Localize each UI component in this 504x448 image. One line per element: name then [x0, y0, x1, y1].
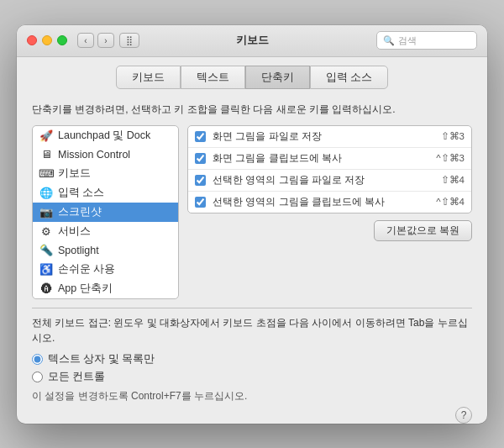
- back-button[interactable]: ‹: [77, 33, 94, 48]
- shortcut-row-0: 화면 그림을 파일로 저장 ⇧⌘3: [188, 126, 471, 148]
- main-layout: 🚀 Launchpad 및 Dock 🖥 Mission Control ⌨ 키…: [32, 125, 472, 299]
- shortcut-keys-0: ⇧⌘3: [441, 130, 465, 142]
- help-button[interactable]: ?: [455, 407, 472, 424]
- bottom-section: 전체 키보드 접근: 윈도우 및 대화상자에서 키보드 초점을 다음 사이에서 …: [32, 315, 472, 403]
- tab-keyboard[interactable]: 키보드: [116, 66, 181, 89]
- search-bar[interactable]: 🔍 검색: [376, 31, 477, 50]
- launchpad-icon: 🚀: [39, 129, 53, 142]
- sidebar-label-input-sources: 입력 소스: [58, 186, 104, 200]
- restore-button-container: 기본값으로 복원: [187, 220, 472, 241]
- window-title: 키보드: [236, 33, 269, 48]
- sidebar-item-input-sources[interactable]: 🌐 입력 소스: [33, 183, 178, 203]
- restore-defaults-button[interactable]: 기본값으로 복원: [374, 220, 472, 241]
- sidebar-label-launchpad: Launchpad 및 Dock: [58, 129, 150, 143]
- shortcut-label-1: 화면 그림을 클립보드에 복사: [213, 151, 429, 166]
- tab-bar: 키보드 텍스트 단축키 입력 소스: [17, 57, 487, 94]
- sidebar-label-services: 서비스: [58, 224, 91, 239]
- sidebar-label-app-shortcuts: App 단축키: [58, 282, 113, 296]
- shortcut-keys-3: ^⇧⌘4: [436, 196, 465, 208]
- nav-buttons: ‹ ›: [77, 33, 114, 48]
- shortcut-checkbox-0[interactable]: [195, 131, 206, 142]
- search-icon: 🔍: [383, 35, 395, 46]
- radio-label-all-controls: 모든 컨트롤: [48, 370, 105, 384]
- shortcut-label-3: 선택한 영역의 그림을 클립보드에 복사: [213, 195, 429, 209]
- description-text: 단축키를 변경하려면, 선택하고 키 조합을 클릭한 다음 새로운 키를 입력하…: [32, 103, 472, 117]
- bottom-note: 이 설정을 변경하도록 Control+F7를 누르십시오.: [32, 389, 472, 403]
- tab-text[interactable]: 텍스트: [181, 66, 245, 89]
- keyboard-access-description: 전체 키보드 접근: 윈도우 및 대화상자에서 키보드 초점을 다음 사이에서 …: [32, 315, 472, 345]
- close-button[interactable]: [27, 35, 37, 45]
- right-panel: 화면 그림을 파일로 저장 ⇧⌘3 화면 그림을 클립보드에 복사 ^⇧⌘3 선…: [187, 125, 472, 299]
- sidebar-label-accessibility: 손쉬운 사용: [58, 262, 115, 277]
- shortcut-checkbox-2[interactable]: [195, 175, 206, 186]
- minimize-button[interactable]: [42, 35, 52, 45]
- titlebar: ‹ › ⣿ 키보드 🔍 검색: [17, 25, 487, 57]
- input-sources-icon: 🌐: [39, 186, 53, 199]
- shortcut-checkbox-3[interactable]: [195, 197, 206, 208]
- radio-item-text-boxes: 텍스트 상자 및 목록만: [32, 352, 472, 366]
- sidebar-label-spotlight: Spotlight: [58, 245, 99, 256]
- forward-button[interactable]: ›: [97, 33, 114, 48]
- tab-shortcuts[interactable]: 단축키: [245, 66, 310, 89]
- search-placeholder: 검색: [398, 34, 417, 47]
- sidebar-item-accessibility[interactable]: ♿ 손쉬운 사용: [33, 260, 178, 279]
- traffic-lights: [27, 35, 67, 45]
- shortcut-label-2: 선택한 영역의 그림을 파일로 저장: [213, 173, 434, 187]
- spotlight-icon: 🔦: [39, 244, 53, 257]
- sidebar-label-mission-control: Mission Control: [58, 149, 130, 161]
- sidebar-label-keyboard: 키보드: [58, 166, 91, 181]
- sidebar-item-spotlight[interactable]: 🔦 Spotlight: [33, 241, 178, 260]
- accessibility-icon: ♿: [39, 262, 53, 276]
- content-area: 단축키를 변경하려면, 선택하고 키 조합을 클릭한 다음 새로운 키를 입력하…: [17, 94, 487, 415]
- grid-button[interactable]: ⣿: [119, 33, 139, 48]
- app-shortcuts-icon: 🅐: [39, 282, 53, 295]
- maximize-button[interactable]: [57, 35, 67, 45]
- sidebar: 🚀 Launchpad 및 Dock 🖥 Mission Control ⌨ 키…: [32, 125, 179, 299]
- shortcut-checkbox-1[interactable]: [195, 153, 206, 164]
- shortcut-row-3: 선택한 영역의 그림을 클립보드에 복사 ^⇧⌘4: [188, 192, 471, 213]
- radio-item-all-controls: 모든 컨트롤: [32, 370, 472, 384]
- tab-input[interactable]: 입력 소스: [310, 66, 389, 89]
- sidebar-item-screenshots[interactable]: 📷 스크린샷: [33, 203, 178, 222]
- sidebar-item-app-shortcuts[interactable]: 🅐 App 단축키: [33, 279, 178, 298]
- sidebar-item-mission-control[interactable]: 🖥 Mission Control: [33, 145, 178, 164]
- shortcut-row-1: 화면 그림을 클립보드에 복사 ^⇧⌘3: [188, 148, 471, 170]
- radio-group: 텍스트 상자 및 목록만 모든 컨트롤: [32, 352, 472, 384]
- sidebar-item-services[interactable]: ⚙ 서비스: [33, 222, 178, 241]
- shortcut-list: 화면 그림을 파일로 저장 ⇧⌘3 화면 그림을 클립보드에 복사 ^⇧⌘3 선…: [187, 125, 472, 213]
- main-window: ‹ › ⣿ 키보드 🔍 검색 키보드 텍스트 단축키 입력 소스 단축키를 변경…: [17, 25, 487, 424]
- sidebar-item-keyboard[interactable]: ⌨ 키보드: [33, 164, 178, 183]
- shortcut-keys-2: ⇧⌘4: [441, 174, 465, 186]
- divider: [32, 308, 472, 308]
- services-icon: ⚙: [39, 224, 53, 238]
- shortcut-keys-1: ^⇧⌘3: [436, 152, 465, 164]
- shortcut-label-0: 화면 그림을 파일로 저장: [213, 129, 434, 144]
- screenshots-icon: 📷: [39, 205, 53, 219]
- keyboard-icon: ⌨: [39, 166, 53, 180]
- shortcut-row-2: 선택한 영역의 그림을 파일로 저장 ⇧⌘4: [188, 170, 471, 192]
- mission-control-icon: 🖥: [39, 148, 53, 161]
- sidebar-item-launchpad[interactable]: 🚀 Launchpad 및 Dock: [33, 126, 178, 145]
- radio-label-text-boxes: 텍스트 상자 및 목록만: [48, 352, 155, 366]
- radio-all-controls[interactable]: [32, 372, 43, 382]
- sidebar-label-screenshots: 스크린샷: [58, 205, 102, 219]
- radio-text-boxes[interactable]: [32, 354, 43, 365]
